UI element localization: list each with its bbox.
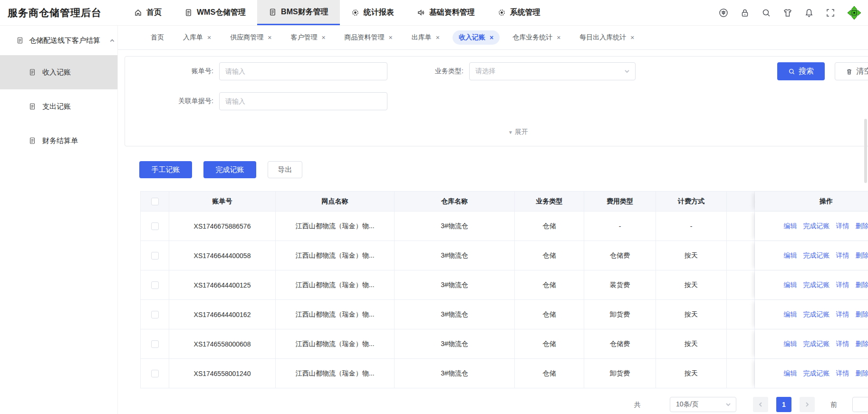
delete-link[interactable]: 删除 xyxy=(856,251,868,260)
detail-link[interactable]: 详情 xyxy=(836,251,849,260)
table-row: XS1746675886576 江西山都物流（瑞金）物... 3#物流仓 仓储 … xyxy=(140,212,868,241)
row-checkbox[interactable] xyxy=(151,311,159,318)
detail-link[interactable]: 详情 xyxy=(836,281,849,289)
header-warehouse: 仓库名称 xyxy=(395,192,515,211)
complete-link[interactable]: 完成记账 xyxy=(803,251,830,260)
avatar[interactable] xyxy=(847,6,861,20)
sidebar-item[interactable]: 支出记账 xyxy=(0,89,117,124)
theme-icon[interactable] xyxy=(783,8,792,18)
close-icon[interactable]: × xyxy=(389,34,393,41)
cell-bill-no: XS1746644400125 xyxy=(169,270,276,299)
chevron-down-icon xyxy=(624,68,630,74)
tab[interactable]: 客户管理 × xyxy=(284,30,331,45)
tab[interactable]: 入库单 × xyxy=(177,30,217,45)
complete-link[interactable]: 完成记账 xyxy=(803,340,830,348)
edit-link[interactable]: 编辑 xyxy=(784,340,797,348)
delete-link[interactable]: 删除 xyxy=(856,281,868,289)
related-no-input[interactable] xyxy=(219,92,387,110)
language-icon[interactable] xyxy=(719,8,728,18)
cell-biz-type: 仓储 xyxy=(515,359,584,388)
chevron-down-icon xyxy=(725,402,731,407)
delete-link[interactable]: 删除 xyxy=(856,222,868,231)
scrollbar-thumb[interactable] xyxy=(864,119,867,183)
next-page-button[interactable] xyxy=(800,397,815,412)
detail-link[interactable]: 详情 xyxy=(836,340,849,348)
nav-bms[interactable]: BMS财务管理 xyxy=(257,0,340,25)
nav-basic-data[interactable]: 基础资料管理 xyxy=(405,0,486,25)
close-icon[interactable]: × xyxy=(630,34,634,41)
delete-link[interactable]: 删除 xyxy=(856,369,868,378)
cell-bill-no: XS1746644400058 xyxy=(169,241,276,270)
nav-home[interactable]: 首页 xyxy=(123,0,173,25)
cell-spacer xyxy=(727,241,755,270)
edit-link[interactable]: 编辑 xyxy=(784,251,797,260)
sidebar-item[interactable]: 收入记账 xyxy=(0,55,117,89)
close-icon[interactable]: × xyxy=(207,34,211,41)
lock-icon[interactable] xyxy=(740,8,750,18)
tab[interactable]: 商品资料管理 × xyxy=(338,30,399,45)
cell-warehouse: 3#物流仓 xyxy=(395,359,515,388)
tab[interactable]: 供应商管理 × xyxy=(224,30,278,45)
nav-system[interactable]: 系统管理 xyxy=(486,0,552,25)
trash-icon xyxy=(846,68,853,75)
close-icon[interactable]: × xyxy=(436,34,440,41)
content: 账单号: 业务类型: 请选择 关联单据号: 搜索 xyxy=(118,50,868,414)
detail-link[interactable]: 详情 xyxy=(836,369,849,378)
edit-link[interactable]: 编辑 xyxy=(784,369,797,378)
nav-reports[interactable]: 统计报表 xyxy=(340,0,405,25)
tab[interactable]: 仓库业务统计 × xyxy=(506,30,567,45)
edit-link[interactable]: 编辑 xyxy=(784,222,797,231)
delete-link[interactable]: 删除 xyxy=(856,340,868,348)
notification-icon[interactable] xyxy=(804,8,814,18)
biz-type-select[interactable]: 请选择 xyxy=(469,62,636,80)
complete-link[interactable]: 完成记账 xyxy=(803,281,830,289)
cell-fee-type: 仓储费 xyxy=(584,329,656,358)
sidebar: 仓储配送线下客户结算 收入记账 支出记账 财务结算单 xyxy=(0,26,118,414)
bill-no-input[interactable] xyxy=(219,62,387,80)
edit-link[interactable]: 编辑 xyxy=(784,310,797,319)
close-icon[interactable]: × xyxy=(490,34,493,41)
search-icon[interactable] xyxy=(762,8,771,18)
search-button[interactable]: 搜索 xyxy=(777,62,825,80)
select-all-checkbox[interactable] xyxy=(151,198,159,205)
row-checkbox[interactable] xyxy=(151,370,159,377)
current-page-button[interactable]: 1 xyxy=(776,397,791,412)
prev-page-button[interactable] xyxy=(753,397,768,412)
detail-link[interactable]: 详情 xyxy=(836,310,849,319)
tab[interactable]: 出库单 × xyxy=(405,30,446,45)
close-icon[interactable]: × xyxy=(321,34,325,41)
sidebar-item[interactable]: 财务结算单 xyxy=(0,124,117,158)
tab[interactable]: 首页 xyxy=(145,30,170,45)
cell-warehouse: 3#物流仓 xyxy=(395,241,515,270)
close-icon[interactable]: × xyxy=(557,34,560,41)
cell-site: 江西山都物流（瑞金）物... xyxy=(276,270,395,299)
cell-bill-no: XS1746558001240 xyxy=(169,359,276,388)
edit-link[interactable]: 编辑 xyxy=(784,281,797,289)
detail-link[interactable]: 详情 xyxy=(836,222,849,231)
chevron-left-icon xyxy=(758,402,763,407)
row-checkbox[interactable] xyxy=(151,222,159,230)
cell-fee-type: 卸货费 xyxy=(584,300,656,329)
sidebar-group-settlement[interactable]: 仓储配送线下客户结算 xyxy=(0,26,117,55)
complete-link[interactable]: 完成记账 xyxy=(803,310,830,319)
filter-panel: 账单号: 业务类型: 请选择 关联单据号: 搜索 xyxy=(125,56,868,146)
delete-link[interactable]: 删除 xyxy=(856,310,868,319)
expand-toggle[interactable]: ▼ 展开 xyxy=(508,128,528,136)
manual-entry-button[interactable]: 手工记账 xyxy=(139,161,192,178)
goto-page-input[interactable] xyxy=(852,397,868,412)
complete-link[interactable]: 完成记账 xyxy=(803,369,830,378)
page-size-select[interactable]: 10条/页 xyxy=(670,397,736,412)
table-row: XS1746558000608 江西山都物流（瑞金）物... 3#物流仓 仓储 … xyxy=(140,329,868,359)
complete-link[interactable]: 完成记账 xyxy=(803,222,830,231)
tab[interactable]: 每日出入库统计 × xyxy=(573,30,640,45)
clear-button[interactable]: 清空 xyxy=(835,62,868,80)
export-button[interactable]: 导出 xyxy=(268,161,302,178)
complete-entry-button[interactable]: 完成记账 xyxy=(203,161,256,178)
row-checkbox[interactable] xyxy=(151,252,159,260)
close-icon[interactable]: × xyxy=(268,34,271,41)
row-checkbox[interactable] xyxy=(151,281,159,289)
nav-wms[interactable]: WMS仓储管理 xyxy=(173,0,257,25)
row-checkbox[interactable] xyxy=(151,340,159,348)
fullscreen-icon[interactable] xyxy=(826,8,835,18)
tab[interactable]: 收入记账 × xyxy=(453,30,500,45)
